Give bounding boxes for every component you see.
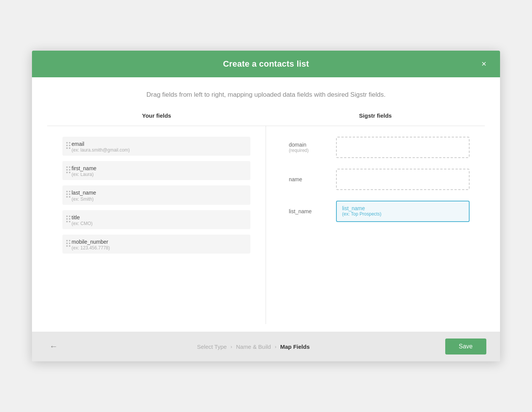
drag-handle-title[interactable] (66, 214, 68, 222)
breadcrumb-arrow-1: › (231, 344, 232, 350)
drag-handle-email[interactable] (66, 141, 68, 149)
columns-body: email (ex: laura.smith@gmail.com) first_… (47, 126, 485, 324)
field-example-title: (ex: CMO) (72, 221, 92, 226)
field-card-first-name[interactable]: first_name (ex: Laura) (62, 161, 250, 180)
sigstr-fields-column: domain (required) name list_name list_na… (266, 126, 485, 324)
field-card-last-name[interactable]: last_name (ex: Smith) (62, 185, 250, 204)
sigstr-label-domain: domain (required) (289, 142, 327, 153)
columns-header: Your fields Sigstr fields (47, 112, 485, 126)
sigstr-fields-header: Sigstr fields (266, 112, 485, 122)
filled-example-list-name: (ex: Top Prospects) (342, 211, 464, 217)
field-name-mobile-number: mobile_number (72, 238, 110, 245)
field-text-title: title (ex: CMO) (72, 214, 92, 226)
breadcrumb-step-name-build: Name & Build (236, 343, 271, 350)
modal-footer: ← Select Type › Name & Build › Map Field… (32, 332, 500, 361)
sigstr-label-name: name (289, 176, 327, 182)
breadcrumb-arrow-2: › (275, 344, 276, 350)
sigstr-label-list-name: list_name (289, 208, 327, 214)
drop-zone-name[interactable] (336, 169, 470, 190)
close-button[interactable]: × (478, 58, 489, 70)
breadcrumb: Select Type › Name & Build › Map Fields (197, 343, 310, 350)
field-card-mobile-number[interactable]: mobile_number (ex: 123.456.7778) (62, 235, 250, 254)
your-fields-column: email (ex: laura.smith@gmail.com) first_… (47, 126, 266, 324)
field-example-mobile-number: (ex: 123.456.7778) (72, 245, 110, 251)
sigstr-row-list-name: list_name list_name (ex: Top Prospects) (289, 201, 470, 222)
field-text-email: email (ex: laura.smith@gmail.com) (72, 141, 130, 153)
your-fields-header: Your fields (47, 112, 266, 122)
drag-handle-last-name[interactable] (66, 189, 68, 198)
field-text-last-name: last_name (ex: Smith) (72, 189, 96, 201)
field-name-title: title (72, 214, 92, 221)
drop-zone-domain[interactable] (336, 137, 470, 158)
save-button[interactable]: Save (445, 339, 486, 355)
drop-zone-list-name-filled[interactable]: list_name (ex: Top Prospects) (336, 201, 470, 222)
modal-body: Drag fields from left to right, mapping … (32, 77, 500, 332)
modal-header: Create a contacts list × (32, 51, 500, 77)
modal-title: Create a contacts list (223, 59, 309, 69)
field-text-mobile-number: mobile_number (ex: 123.456.7778) (72, 238, 110, 251)
breadcrumb-step-select-type: Select Type (197, 343, 227, 350)
sigstr-required-domain: (required) (289, 148, 327, 153)
field-example-last-name: (ex: Smith) (72, 196, 96, 202)
field-name-last-name: last_name (72, 189, 96, 196)
modal-container: Create a contacts list × Drag fields fro… (32, 51, 500, 361)
sigstr-row-domain: domain (required) (289, 137, 470, 158)
filled-name-list-name: list_name (342, 205, 464, 211)
field-example-first-name: (ex: Laura) (72, 172, 96, 177)
breadcrumb-step-map-fields: Map Fields (280, 343, 310, 350)
drag-handle-mobile-number[interactable] (66, 238, 68, 247)
back-button[interactable]: ← (46, 340, 62, 353)
field-name-first-name: first_name (72, 165, 96, 172)
instruction-text: Drag fields from left to right, mapping … (47, 91, 485, 99)
field-text-first-name: first_name (ex: Laura) (72, 165, 96, 177)
field-card-title[interactable]: title (ex: CMO) (62, 210, 250, 229)
drag-handle-first-name[interactable] (66, 165, 68, 173)
sigstr-row-name: name (289, 169, 470, 190)
field-name-email: email (72, 141, 130, 147)
field-example-email: (ex: laura.smith@gmail.com) (72, 147, 130, 153)
field-card-email[interactable]: email (ex: laura.smith@gmail.com) (62, 137, 250, 156)
